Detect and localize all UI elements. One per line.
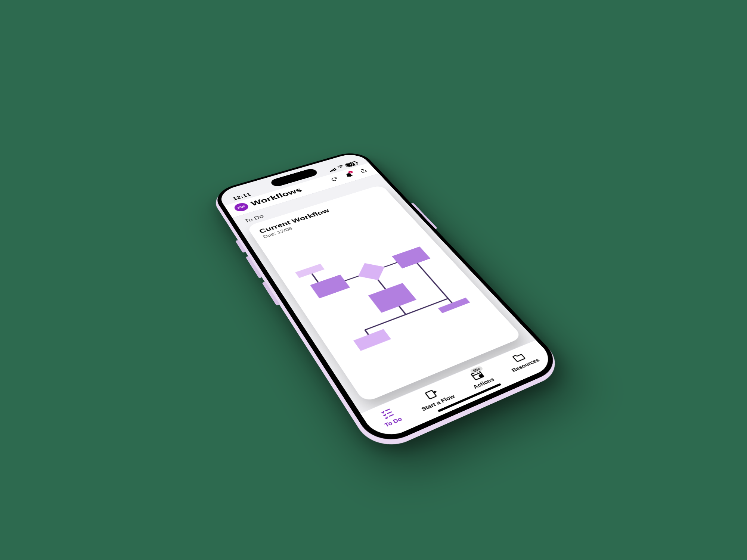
notifications-button[interactable]: 1 — [343, 171, 355, 178]
refresh-button[interactable] — [328, 176, 340, 183]
share-button[interactable] — [357, 167, 369, 174]
svg-rect-1 — [310, 274, 350, 298]
share-icon — [358, 168, 369, 174]
tab-todo[interactable]: To Do — [376, 405, 403, 428]
refresh-icon — [329, 176, 340, 182]
svg-point-9 — [478, 374, 484, 378]
svg-rect-4 — [368, 283, 416, 313]
workflow-diagram — [265, 200, 511, 393]
cellular-signal-icon — [328, 168, 337, 172]
svg-rect-5 — [353, 329, 391, 351]
battery-level: 77 — [349, 163, 354, 166]
phone-mockup: 12:11 77 — [208, 150, 568, 455]
profile-avatar[interactable]: FW — [233, 202, 250, 212]
wifi-icon — [336, 165, 345, 171]
tab-resources[interactable]: Resources — [502, 348, 541, 373]
battery-indicator: 77 — [344, 161, 358, 168]
phone-screen: 12:11 77 — [216, 151, 558, 442]
tab-actions[interactable]: 99+ Actions — [464, 367, 495, 390]
svg-rect-3 — [392, 246, 430, 268]
svg-marker-2 — [351, 258, 391, 284]
avatar-initials: FW — [237, 205, 246, 209]
svg-rect-0 — [295, 264, 325, 278]
